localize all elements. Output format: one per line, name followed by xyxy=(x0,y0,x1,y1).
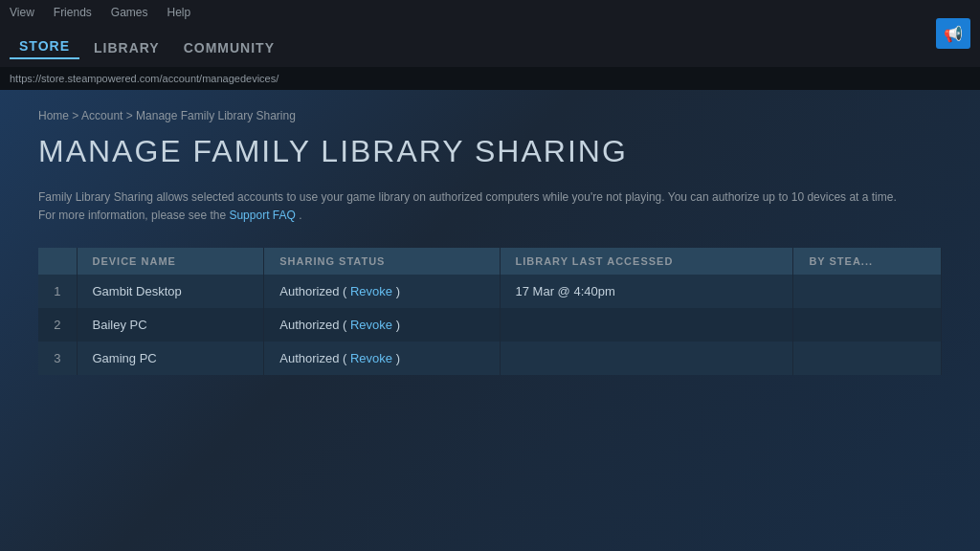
page-title: MANAGE FAMILY LIBRARY SHARING xyxy=(38,134,942,169)
table-row: 2 Bailey PC Authorized ( Revoke ) xyxy=(38,308,942,342)
nav-library[interactable]: LIBRARY xyxy=(84,36,169,59)
description-text: Family Library Sharing allows selected a… xyxy=(38,188,900,225)
menu-help[interactable]: Help xyxy=(167,6,191,19)
row-1-status: Authorized ( Revoke ) xyxy=(264,275,500,308)
devices-table: DEVICE NAME SHARING STATUS LIBRARY LAST … xyxy=(38,248,942,375)
row-1-num: 1 xyxy=(38,275,77,308)
row-3-status-text: Authorized ( xyxy=(279,351,350,365)
col-sharing-status: SHARING STATUS xyxy=(264,248,500,275)
row-3-device-name: Gaming PC xyxy=(77,342,264,375)
nav-store[interactable]: STORE xyxy=(10,34,79,59)
row-1-status-text: Authorized ( xyxy=(279,284,350,298)
row-2-last-accessed xyxy=(500,308,793,342)
menu-friends[interactable]: Friends xyxy=(54,6,92,19)
row-3-status: Authorized ( Revoke ) xyxy=(264,342,500,375)
main-navigation: STORE LIBRARY COMMUNITY xyxy=(10,34,284,59)
breadcrumb-account[interactable]: Account xyxy=(81,109,122,122)
breadcrumb-separator-1: > xyxy=(72,109,81,122)
row-3-by-steam xyxy=(793,342,942,375)
row-1-status-close: ) xyxy=(396,284,400,298)
row-1-device-name: Gambit Desktop xyxy=(77,275,264,308)
announcement-icon: 📢 xyxy=(944,25,963,43)
desc-text-3: . xyxy=(299,209,301,222)
url-bar: https://store.steampowered.com/account/m… xyxy=(0,67,980,90)
row-3-status-close: ) xyxy=(396,351,400,365)
row-2-num: 2 xyxy=(38,308,77,342)
menu-games[interactable]: Games xyxy=(111,6,148,19)
support-faq-link[interactable]: Support FAQ xyxy=(229,209,295,222)
menu-view[interactable]: View xyxy=(10,6,34,19)
table-row: 3 Gaming PC Authorized ( Revoke ) xyxy=(38,342,942,375)
col-by-steam: BY STEA... xyxy=(793,248,942,275)
row-1-by-steam xyxy=(793,275,942,308)
row-2-by-steam xyxy=(793,308,942,342)
breadcrumb-home[interactable]: Home xyxy=(38,109,69,122)
breadcrumb: Home > Account > Manage Family Library S… xyxy=(38,109,942,122)
breadcrumb-current: Manage Family Library Sharing xyxy=(136,109,296,122)
row-2-status-close: ) xyxy=(396,318,400,332)
breadcrumb-separator-2: > xyxy=(126,109,136,122)
desc-text-1: Family Library Sharing allows selected a… xyxy=(38,190,872,204)
row-3-last-accessed xyxy=(500,342,793,375)
row-2-revoke-link[interactable]: Revoke xyxy=(350,318,392,332)
url-text: https://store.steampowered.com/account/m… xyxy=(10,73,278,84)
row-2-device-name: Bailey PC xyxy=(77,308,264,342)
row-1-last-accessed: 17 Mar @ 4:40pm xyxy=(500,275,793,308)
table-header: DEVICE NAME SHARING STATUS LIBRARY LAST … xyxy=(38,248,942,275)
announcement-button[interactable]: 📢 xyxy=(936,18,970,49)
table-row: 1 Gambit Desktop Authorized ( Revoke ) 1… xyxy=(38,275,942,308)
col-device-name: DEVICE NAME xyxy=(77,248,264,275)
row-2-status: Authorized ( Revoke ) xyxy=(264,308,500,342)
row-3-num: 3 xyxy=(38,342,77,375)
row-1-revoke-link[interactable]: Revoke xyxy=(350,284,392,298)
menu-bar: View Friends Games Help xyxy=(10,6,190,19)
top-navigation: View Friends Games Help STORE LIBRARY CO… xyxy=(0,0,980,67)
main-content: Home > Account > Manage Family Library S… xyxy=(0,90,980,551)
row-2-status-text: Authorized ( xyxy=(279,318,350,332)
col-num xyxy=(38,248,77,275)
table-body: 1 Gambit Desktop Authorized ( Revoke ) 1… xyxy=(38,275,942,375)
col-last-accessed: LIBRARY LAST ACCESSED xyxy=(500,248,793,275)
row-3-revoke-link[interactable]: Revoke xyxy=(350,351,392,365)
nav-community[interactable]: COMMUNITY xyxy=(174,36,284,59)
